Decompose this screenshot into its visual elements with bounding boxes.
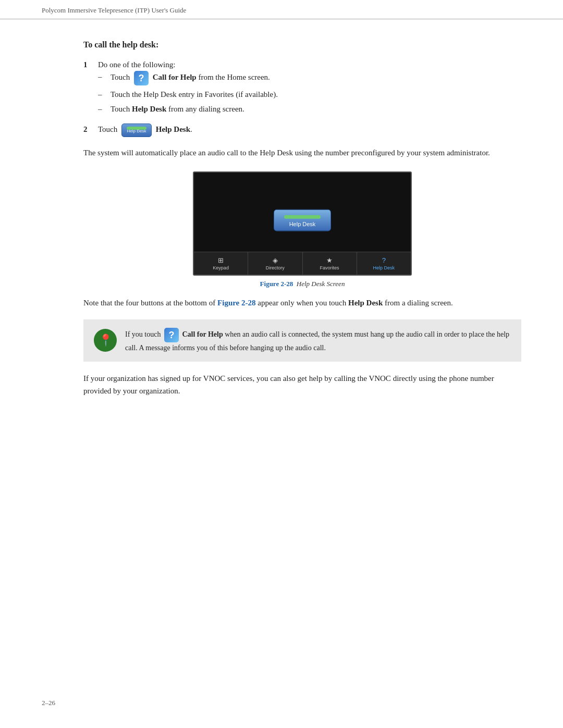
- steps-list: 1 Do one of the following: – Touch ? Cal…: [83, 59, 521, 137]
- helpdesk-btn-label: Help Desk: [289, 221, 316, 227]
- figure-number: Figure 2-28: [260, 280, 293, 288]
- screen-frame: Help Desk ⊞ Keypad ◈ Directory ★ Favorit…: [193, 171, 412, 276]
- dash-1: –: [98, 71, 111, 83]
- note-call-for-help-icon: ?: [164, 328, 179, 342]
- section-heading: To call the help desk:: [83, 40, 521, 50]
- help-desk-bold-2: Help Desk: [156, 125, 190, 133]
- figure-title: Help Desk Screen: [295, 280, 345, 288]
- dash-item-1: – Touch ? Call for Help from the Home sc…: [98, 71, 521, 85]
- keypad-label: Keypad: [213, 265, 229, 270]
- dash-item-2: – Touch the Help Desk entry in Favorites…: [98, 89, 521, 101]
- step-2: 2 Touch Help Desk Help Desk.: [83, 124, 521, 137]
- page-header: Polycom Immersive Telepresence (ITP) Use…: [0, 0, 563, 19]
- helpdesk-btn-bar: [284, 215, 321, 219]
- favorites-label: Favorites: [320, 265, 339, 270]
- page-number: 2–26: [42, 699, 55, 707]
- note-pin-icon: 📍: [94, 329, 117, 352]
- body-para-2: Note that the four buttons at the bottom…: [83, 297, 521, 309]
- directory-icon: ◈: [273, 256, 278, 264]
- page-footer: 2–26: [42, 699, 55, 707]
- body-para-1: The system will automatically place an a…: [83, 146, 521, 159]
- dash-3-text: Touch Help Desk from any dialing screen.: [111, 103, 244, 115]
- helpdesk-nav-icon: ?: [382, 256, 386, 264]
- note-text: If you touch ? Call for Help when an aud…: [125, 328, 511, 353]
- step-2-text: Touch Help Desk Help Desk.: [98, 125, 192, 133]
- step-1: 1 Do one of the following: – Touch ? Cal…: [83, 59, 521, 118]
- favorites-icon: ★: [326, 256, 333, 264]
- help-desk-bold-1: Help Desk: [132, 105, 166, 113]
- step-2-number: 2: [83, 124, 98, 135]
- dash-item-3: – Touch Help Desk from any dialing scree…: [98, 103, 521, 115]
- screen-navbar: ⊞ Keypad ◈ Directory ★ Favorites ? Help …: [194, 252, 411, 275]
- dash-3: –: [98, 103, 111, 115]
- note-call-bold: Call for Help: [182, 330, 223, 338]
- note-box: 📍 If you touch ? Call for Help when an a…: [83, 319, 521, 362]
- dash-2: –: [98, 89, 111, 101]
- nav-directory: ◈ Directory: [248, 252, 302, 275]
- dash-2-text: Touch the Help Desk entry in Favorites (…: [111, 89, 278, 101]
- step-1-text: Do one of the following:: [98, 60, 175, 69]
- dash-sublist: – Touch ? Call for Help from the Home sc…: [98, 71, 521, 115]
- step-1-number: 1: [83, 59, 98, 71]
- nav-favorites: ★ Favorites: [303, 252, 357, 275]
- nav-helpdesk: ? Help Desk: [357, 252, 411, 275]
- figure-caption: Figure 2-28 Help Desk Screen: [260, 280, 345, 288]
- figure-link[interactable]: Figure 2-28: [217, 299, 255, 307]
- header-text: Polycom Immersive Telepresence (ITP) Use…: [42, 6, 186, 15]
- step-2-content: Touch Help Desk Help Desk.: [98, 124, 521, 137]
- body-para-3: If your organization has signed up for V…: [83, 372, 521, 397]
- screen-helpdesk-button: Help Desk: [274, 209, 331, 231]
- nav-keypad: ⊞ Keypad: [194, 252, 248, 275]
- directory-label: Directory: [266, 265, 285, 270]
- main-content: To call the help desk: 1 Do one of the f…: [0, 19, 563, 426]
- dash-1-text: Touch ? Call for Help from the Home scre…: [111, 71, 270, 85]
- figure-container: Help Desk ⊞ Keypad ◈ Directory ★ Favorit…: [83, 171, 521, 288]
- help-desk-bold-3: Help Desk: [348, 299, 383, 307]
- helpdesk-nav-label: Help Desk: [373, 265, 395, 270]
- step-1-content: Do one of the following: – Touch ? Call …: [98, 59, 521, 118]
- dash-1-end: from the Home screen.: [198, 73, 270, 81]
- helpdesk-inline-icon: Help Desk: [121, 124, 152, 137]
- call-for-help-icon: ?: [134, 71, 149, 85]
- call-for-help-bold: Call for Help: [153, 73, 197, 81]
- keypad-icon: ⊞: [218, 256, 224, 264]
